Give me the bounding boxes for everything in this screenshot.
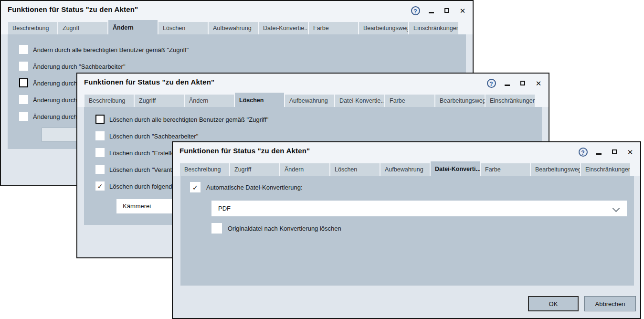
delete-original-row: Originaldatei nach Konvertierung löschen bbox=[211, 223, 341, 234]
checkbox-label: Änderung durch " bbox=[33, 80, 81, 87]
tab-farbe[interactable]: Farbe bbox=[385, 95, 434, 107]
conversion-format-dropdown[interactable]: PDF bbox=[211, 201, 627, 216]
checkbox-unchecked[interactable] bbox=[19, 45, 28, 54]
checkbox-checked[interactable]: ✓ bbox=[190, 182, 201, 192]
checkbox-label: Löschen durch "Verantw bbox=[109, 166, 176, 173]
tab-löschen[interactable]: Löschen bbox=[158, 22, 208, 34]
tab-farbe[interactable]: Farbe bbox=[481, 163, 530, 176]
tab-datei-konverti[interactable]: Datei-Konverti... bbox=[431, 161, 480, 176]
checkbox-row: Ändern durch alle berechtigten Benutzer … bbox=[19, 45, 461, 62]
tab-aufbewahrung[interactable]: Aufbewahrung bbox=[209, 22, 258, 34]
maximize-button[interactable] bbox=[517, 77, 529, 89]
chevron-down-icon bbox=[612, 205, 620, 213]
tab-bar: BeschreibungZugriffÄndernLöschenAufbewah… bbox=[8, 22, 459, 34]
dialog-window-datei-konvertierung: Funktionen für Status "zu den Akten" ? ✕… bbox=[172, 141, 641, 319]
tab-löschen[interactable]: Löschen bbox=[330, 163, 380, 176]
window-controls: ? ✕ bbox=[577, 146, 636, 158]
minimize-button[interactable] bbox=[425, 4, 437, 17]
checkbox-label: Originaldatei nach Konvertierung löschen bbox=[228, 225, 341, 232]
close-icon: ✕ bbox=[460, 7, 466, 14]
window-controls: ? ✕ bbox=[485, 77, 545, 89]
tab-aufbewahrung[interactable]: Aufbewahrung bbox=[380, 163, 430, 176]
tab-farbe[interactable]: Farbe bbox=[309, 22, 358, 34]
tab-datei-konvertie[interactable]: Datei-Konvertie... bbox=[335, 95, 384, 107]
help-icon: ? bbox=[411, 6, 420, 15]
close-button[interactable]: ✕ bbox=[532, 77, 545, 89]
tab-einschränkungen[interactable]: Einschränkungen bbox=[409, 22, 458, 34]
tab-aufbewahrung[interactable]: Aufbewahrung bbox=[285, 95, 334, 107]
checkbox-unchecked[interactable] bbox=[211, 223, 222, 234]
checkbox-label: Ändern durch alle berechtigten Benutzer … bbox=[33, 46, 189, 53]
checkbox-unchecked[interactable] bbox=[19, 62, 28, 71]
checkbox-label: Löschen durch "Ersteller" bbox=[109, 149, 179, 157]
checkbox-checked[interactable]: ✓ bbox=[95, 181, 105, 191]
cancel-button[interactable]: Abbrechen bbox=[584, 296, 636, 311]
tab-bearbeitungsweg[interactable]: Bearbeitungsweg bbox=[435, 95, 485, 107]
dropdown-value: PDF bbox=[218, 201, 231, 216]
close-button[interactable]: ✕ bbox=[624, 146, 636, 158]
tab-ändern[interactable]: Ändern bbox=[185, 95, 234, 107]
window-title: Funktionen für Status "zu den Akten" bbox=[84, 78, 214, 86]
tab-einschränkungen[interactable]: Einschränkungen bbox=[486, 95, 535, 107]
minimize-button[interactable] bbox=[501, 77, 513, 89]
tab-zugriff[interactable]: Zugriff bbox=[230, 163, 279, 176]
checkbox-label: Löschen durch "Sachbearbeiter" bbox=[109, 133, 198, 140]
checkbox-unchecked[interactable] bbox=[19, 78, 28, 87]
tab-bearbeitungsweg[interactable]: Bearbeitungsweg bbox=[359, 22, 408, 34]
titlebar[interactable]: Funktionen für Status "zu den Akten" ? ✕ bbox=[77, 74, 549, 94]
help-button[interactable]: ? bbox=[409, 4, 422, 17]
minimize-button[interactable] bbox=[592, 146, 605, 158]
close-icon: ✕ bbox=[536, 80, 542, 87]
titlebar[interactable]: Funktionen für Status "zu den Akten" ? ✕ bbox=[1, 1, 473, 21]
dialog-buttons: OK Abbrechen bbox=[173, 296, 640, 311]
window-title: Funktionen für Status "zu den Akten" bbox=[179, 147, 310, 155]
tab-beschreibung[interactable]: Beschreibung bbox=[8, 22, 57, 34]
checkbox-label: Löschen durch folgende bbox=[109, 183, 176, 190]
tab-löschen[interactable]: Löschen bbox=[235, 93, 284, 107]
checkbox-label: Änderung durch "Sachbearbeiter" bbox=[33, 63, 126, 70]
checkbox-label: Löschen durch alle berechtigten Benutzer… bbox=[109, 116, 268, 123]
tab-bar: BeschreibungZugriffÄndernLöschenAufbewah… bbox=[84, 95, 536, 107]
tab-datei-konvertie[interactable]: Datei-Konvertie... bbox=[259, 22, 308, 34]
maximize-icon bbox=[612, 149, 617, 154]
auto-convert-row: ✓ Automatische Datei-Konvertierung: bbox=[190, 182, 303, 192]
tab-zugriff[interactable]: Zugriff bbox=[135, 95, 184, 107]
checkbox-unchecked[interactable] bbox=[95, 131, 105, 140]
maximize-icon bbox=[520, 81, 525, 85]
maximize-icon bbox=[444, 8, 449, 13]
tab-ändern[interactable]: Ändern bbox=[108, 20, 158, 34]
close-button[interactable]: ✕ bbox=[456, 4, 469, 17]
checkbox-unchecked[interactable] bbox=[19, 95, 28, 104]
tab-beschreibung[interactable]: Beschreibung bbox=[84, 95, 134, 107]
ok-button[interactable]: OK bbox=[528, 296, 579, 311]
minimize-icon bbox=[596, 153, 602, 155]
minimize-icon bbox=[505, 85, 510, 86]
tab-bearbeitungsweg[interactable]: Bearbeitungsweg bbox=[531, 163, 580, 176]
checkbox-unchecked[interactable] bbox=[19, 112, 28, 121]
tab-beschreibung[interactable]: Beschreibung bbox=[180, 163, 229, 176]
minimize-icon bbox=[429, 12, 434, 13]
window-title: Funktionen für Status "zu den Akten" bbox=[8, 5, 138, 13]
checkbox-row: Löschen durch alle berechtigten Benutzer… bbox=[95, 115, 537, 131]
tab-panel-datei-konvertierung: ✓ Automatische Datei-Konvertierung: PDF … bbox=[180, 176, 634, 286]
help-button[interactable]: ? bbox=[577, 146, 589, 158]
help-button[interactable]: ? bbox=[485, 77, 497, 89]
checkbox-label: Änderung durch " bbox=[33, 96, 81, 104]
checkbox-unchecked[interactable] bbox=[95, 148, 105, 157]
tab-bar: BeschreibungZugriffÄndernLöschenAufbewah… bbox=[180, 163, 631, 176]
tab-ändern[interactable]: Ändern bbox=[280, 163, 329, 176]
close-icon: ✕ bbox=[627, 149, 633, 156]
maximize-button[interactable] bbox=[608, 146, 621, 158]
window-controls: ? ✕ bbox=[409, 4, 469, 17]
titlebar[interactable]: Funktionen für Status "zu den Akten" ? ✕ bbox=[173, 142, 640, 162]
checkbox-label: Automatische Datei-Konvertierung: bbox=[206, 184, 303, 191]
checkbox-unchecked[interactable] bbox=[95, 165, 105, 174]
tab-zugriff[interactable]: Zugriff bbox=[58, 22, 107, 34]
checkbox-unchecked[interactable] bbox=[95, 115, 105, 124]
help-icon: ? bbox=[487, 79, 496, 88]
tab-einschränkungen[interactable]: Einschränkungen bbox=[581, 163, 630, 176]
maximize-button[interactable] bbox=[441, 4, 453, 17]
checkbox-label: Änderung durch f bbox=[33, 113, 81, 120]
help-icon: ? bbox=[579, 148, 588, 157]
